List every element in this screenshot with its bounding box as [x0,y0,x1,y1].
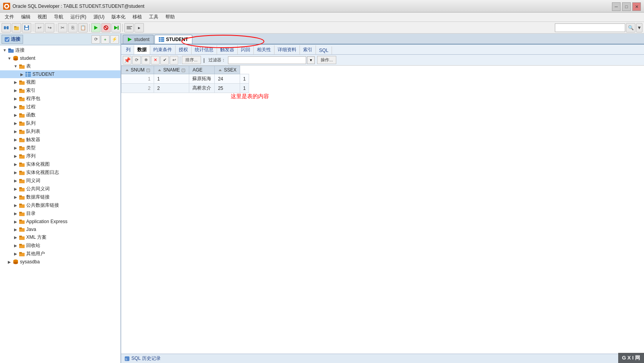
tree-item-other-users[interactable]: ▶ 其他用户 [0,250,120,258]
tb-open-folder-button[interactable] [12,23,21,32]
cell-sname-1[interactable]: 蘇原拓海 [189,74,215,84]
menu-source[interactable]: 源(U) [90,13,108,21]
tree-item-apex[interactable]: ▶ Application Express [0,218,120,225]
maximize-button[interactable]: □ [622,2,631,11]
left-filter-button[interactable]: ⚡ [110,35,119,44]
tree-item-procedures[interactable]: ▶ 过程 [0,103,120,111]
tree-item-directories[interactable]: ▶ 目录 [0,209,120,218]
sub-tab-indexes[interactable]: 索引 [300,45,316,54]
menu-file[interactable]: 文件 [2,13,17,21]
tree-item-connections[interactable]: ▼ 连接 [0,46,120,54]
search-icon[interactable]: 🔍 [626,23,635,32]
cell-ssex-1[interactable]: 1 [240,74,249,84]
cell-snum-1[interactable]: 1 [154,74,189,84]
tree-item-indexes[interactable]: ▶ 索引 [0,86,120,95]
menu-edit[interactable]: 编辑 [18,13,34,21]
tab-student-query[interactable]: student [123,35,154,44]
tb-dropdown-button[interactable]: ▼ [636,23,642,32]
tb-copy-button[interactable]: ⎘ [68,23,77,32]
tree-item-types[interactable]: ▶ 类型 [0,144,120,152]
filter-input[interactable] [228,56,306,64]
sub-tab-sql[interactable]: SQL [316,46,332,54]
freeze-button[interactable]: ❄ [142,56,150,64]
sub-tab-constraints[interactable]: 约束条件 [150,45,176,54]
tree-item-triggers[interactable]: ▶ 触发器 [0,136,120,144]
close-button[interactable]: ✕ [632,2,641,11]
col-header-ssex[interactable]: SSEX [215,66,240,74]
cell-ssex-2[interactable]: 1 [240,84,249,93]
tree-item-sysasdba[interactable]: ▶ sysasdba [0,258,120,266]
tree-item-packages[interactable]: ▶ 程序包 [0,95,120,103]
sub-tab-grants[interactable]: 授权 [176,45,192,54]
cell-age-2[interactable]: 25 [215,84,240,93]
menu-migrate[interactable]: 移植 [129,13,145,21]
tab-student-table[interactable]: STUDENT [154,35,192,44]
tb-paste-button[interactable]: 📋 [78,23,88,32]
sql-history-label[interactable]: SQL 历史记录 [131,355,161,362]
left-add-button[interactable]: + [101,35,109,44]
tree-item-java[interactable]: ▶ Java [0,225,120,233]
tree-item-public-db-links[interactable]: ▶ 公共数据库链接 [0,201,120,209]
delete-row-button[interactable]: ✕ [151,56,160,64]
tb-connect-button[interactable] [2,23,11,32]
tree-item-public-synonyms[interactable]: ▶ 公共同义词 [0,185,120,193]
tree-item-synonyms[interactable]: ▶ 同义词 [0,177,120,185]
tree-item-student[interactable]: ▼ student [0,54,120,62]
tb-cut-button[interactable]: ✂ [58,23,67,32]
menu-help[interactable]: 帮助 [162,13,178,21]
tree-item-sequences[interactable]: ▶ 序列 [0,152,120,160]
sub-tab-columns[interactable]: 列 [123,45,134,54]
commit-button[interactable]: ✔ [160,56,169,64]
cell-snum-2[interactable]: 2 [154,84,189,93]
tb-format-button[interactable] [124,23,134,32]
tb-run-script-button[interactable] [111,23,121,32]
expand-mat-view-logs-icon: ▶ [13,170,19,176]
sort-button[interactable]: 排序... [182,56,201,64]
menu-view[interactable]: 视图 [34,13,50,21]
cell-age-1[interactable]: 24 [215,74,240,84]
menu-run[interactable]: 运行(R) [67,13,90,21]
menu-versioning[interactable]: 版本化 [108,13,129,21]
tb-run-button[interactable] [91,23,100,32]
tree-item-xml-schemas[interactable]: ▶ XML 方案 [0,233,120,241]
tree-item-queues[interactable]: ▶ 队列 [0,119,120,127]
global-search-input[interactable] [555,23,625,32]
sub-tab-dependencies[interactable]: 相关性 [254,45,274,54]
svg-line-13 [105,27,107,29]
window-controls[interactable]: ─ □ ✕ [612,2,641,11]
col-header-sname[interactable]: SNAME [154,66,189,74]
tb-more-button[interactable]: ▸ [135,23,144,32]
sub-tab-statistics[interactable]: 统计信息 [192,45,217,54]
tree-item-functions[interactable]: ▶ 函数 [0,111,120,119]
tree-item-student-table[interactable]: ▶ STUDENT [0,70,120,78]
tb-redo-button[interactable]: ↪ [45,23,54,32]
left-refresh-button[interactable]: ⟳ [91,35,100,44]
refresh-data-button[interactable]: ⟳ [132,56,141,64]
tree-item-db-links[interactable]: ▶ 数据库链接 [0,193,120,201]
tb-save-button[interactable] [22,23,31,32]
rollback-button[interactable]: ↩ [170,56,178,64]
connections-tab[interactable]: 连接 [2,35,23,44]
tree-item-mat-views[interactable]: ▶ 实体化视图 [0,160,120,168]
procedures-folder-icon [19,104,25,110]
tree-item-mat-view-logs[interactable]: ▶ 实体化视图日志 [0,168,120,177]
sub-tab-data[interactable]: 数据 [134,45,150,54]
tb-stop-button[interactable] [101,23,111,32]
filter-dropdown-button[interactable]: ▼ [307,56,315,64]
pin-button[interactable]: 📌 [123,56,131,64]
tree-item-recycle-bin[interactable]: ▶ 回收站 [0,241,120,250]
cell-sname-2[interactable]: 高桥京介 [189,84,215,93]
menu-tools[interactable]: 工具 [146,13,161,21]
tb-undo-button[interactable]: ↩ [35,23,44,32]
menu-navigate[interactable]: 导航 [51,13,66,21]
tree-item-queue-tables[interactable]: ▶ 队列表 [0,127,120,136]
minimize-button[interactable]: ─ [612,2,621,11]
action-button[interactable]: 操作... [317,56,336,64]
sub-tab-details[interactable]: 详细资料 [274,45,300,54]
tree-item-views[interactable]: ▶ 视图 [0,78,120,86]
col-header-age[interactable]: AGE [189,66,215,74]
tree-item-tables[interactable]: ▼ 表 [0,62,120,70]
col-header-snum[interactable]: SNUM [122,66,154,74]
sub-tab-flashback[interactable]: 闪回 [238,45,254,54]
sub-tab-triggers[interactable]: 触发器 [217,45,238,54]
